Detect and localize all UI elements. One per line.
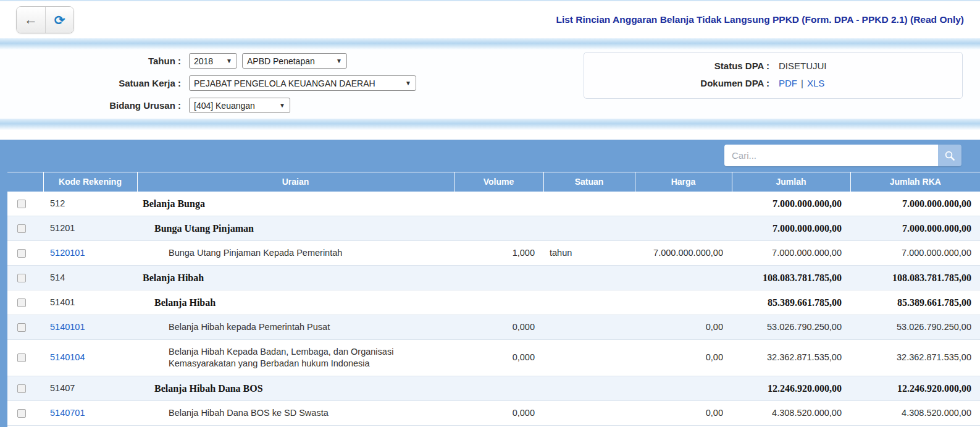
search-button[interactable] xyxy=(938,145,961,166)
cell-jumlah: 32.362.871.535,00 xyxy=(732,339,850,376)
cell-jumlah: 53.026.790.250,00 xyxy=(732,315,850,339)
cell-satuan xyxy=(543,265,635,290)
cell-kode-rekening: 514 xyxy=(43,265,137,290)
search-icon xyxy=(944,150,955,161)
cell-jumlah-rka: 7.000.000.000,00 xyxy=(850,240,980,265)
cell-jumlah: 12.246.920.000,00 xyxy=(732,376,850,400)
table-row: 51407Belanja Hibah Dana BOS12.246.920.00… xyxy=(0,376,980,400)
cell-jumlah-rka: 12.246.920.000,00 xyxy=(850,376,980,400)
kode-rekening-link[interactable]: 5140101 xyxy=(50,322,85,332)
dokumen-dpa-links: PDF|XLS xyxy=(779,78,824,88)
row-checkbox[interactable] xyxy=(17,409,26,418)
row-checkbox[interactable] xyxy=(17,224,26,233)
cell-jumlah-rka: 4.308.520.000,00 xyxy=(850,400,980,425)
dpa-status-panel: Status DPA : DISETUJUI Dokumen DPA : PDF… xyxy=(584,52,963,99)
search-input[interactable] xyxy=(724,145,938,166)
cell-uraian: Belanja Hibah Kepada Badan, Lembaga, dan… xyxy=(137,339,454,376)
cell-satuan: tahun xyxy=(543,240,635,265)
back-button[interactable]: ← xyxy=(17,7,45,33)
column-header-uraian: Uraian xyxy=(137,172,454,192)
table-row: 5140104Belanja Hibah Kepada Badan, Lemba… xyxy=(0,339,980,376)
cell-jumlah-rka: 32.362.871.535,00 xyxy=(850,339,980,376)
cell-volume: 0,000 xyxy=(454,339,543,376)
cell-uraian: Belanja Bunga xyxy=(137,192,454,216)
kode-rekening-link[interactable]: 5140701 xyxy=(50,408,85,418)
cell-jumlah-rka: 7.000.000.000,00 xyxy=(850,192,980,216)
apbd-select-value: APBD Penetapan xyxy=(247,56,315,66)
cell-uraian: Belanja Hibah xyxy=(137,265,454,290)
row-checkbox[interactable] xyxy=(17,200,26,208)
cell-jumlah-rka: 85.389.661.785,00 xyxy=(850,290,980,315)
column-header-kode-rekening: Kode Rekening xyxy=(43,172,137,192)
row-checkbox[interactable] xyxy=(17,274,26,282)
kode-rekening-link[interactable]: 5140104 xyxy=(50,352,85,362)
table-header-row: Kode RekeningUraianVolumeSatuanHargaJuml… xyxy=(0,172,980,192)
tahun-select[interactable]: 2018 ▼ xyxy=(189,53,237,69)
cell-kode-rekening: 51201 xyxy=(43,216,137,240)
table-row: 51401Belanja Hibah85.389.661.785,0085.38… xyxy=(0,290,980,315)
column-header-jumlah: Jumlah xyxy=(732,172,850,192)
cell-harga xyxy=(635,192,732,216)
budget-table: Kode RekeningUraianVolumeSatuanHargaJuml… xyxy=(0,172,980,426)
cell-volume: 0,000 xyxy=(454,315,543,339)
satuan-kerja-select[interactable]: PEJABAT PENGELOLA KEUANGAN DAERAH ▼ xyxy=(189,75,416,91)
row-checkbox[interactable] xyxy=(17,298,26,307)
cell-satuan xyxy=(543,376,635,400)
cell-harga xyxy=(635,290,732,315)
column-header-harga: Harga xyxy=(635,172,732,192)
bidang-urusan-select-value: [404] Keuangan xyxy=(194,101,255,111)
cell-jumlah: 108.083.781.785,00 xyxy=(732,265,850,290)
cell-harga xyxy=(635,216,732,240)
dpa-dokumen-row: Dokumen DPA : PDF|XLS xyxy=(584,78,962,88)
chevron-down-icon: ▼ xyxy=(279,102,285,109)
pdf-link[interactable]: PDF xyxy=(779,78,797,88)
kode-rekening-link[interactable]: 5120101 xyxy=(50,248,85,258)
row-checkbox[interactable] xyxy=(17,353,26,362)
chevron-down-icon: ▼ xyxy=(336,57,342,64)
back-arrow-icon: ← xyxy=(24,13,38,27)
cell-harga: 0,00 xyxy=(635,339,732,376)
satuan-kerja-label: Satuan Kerja : xyxy=(0,78,189,88)
cell-satuan xyxy=(543,400,635,425)
cell-satuan xyxy=(543,315,635,339)
cell-jumlah-rka: 53.026.790.250,00 xyxy=(850,315,980,339)
cell-volume xyxy=(454,376,543,400)
apbd-select[interactable]: APBD Penetapan ▼ xyxy=(242,53,347,69)
cell-volume: 0,000 xyxy=(454,400,543,425)
cell-kode-rekening: 5140701 xyxy=(43,400,137,425)
cell-jumlah: 7.000.000.000,00 xyxy=(732,192,850,216)
cell-volume xyxy=(454,192,543,216)
xls-link[interactable]: XLS xyxy=(807,78,824,88)
cell-uraian: Belanja Hibah Dana BOS ke SD Swasta xyxy=(137,400,454,425)
cell-jumlah: 7.000.000.000,00 xyxy=(732,216,850,240)
cell-kode-rekening: 5140104 xyxy=(43,339,137,376)
column-header-satuan: Satuan xyxy=(543,172,635,192)
cell-harga xyxy=(635,376,732,400)
row-checkbox[interactable] xyxy=(17,323,26,332)
cell-jumlah: 4.308.520.000,00 xyxy=(732,400,850,425)
table-body: 512Belanja Bunga7.000.000.000,007.000.00… xyxy=(0,192,980,426)
chevron-down-icon: ▼ xyxy=(405,80,411,87)
column-header-jumlah-rka: Jumlah RKA xyxy=(850,172,980,192)
table-row: 5120101Bunga Utang Pinjaman Kepada Pemer… xyxy=(0,240,980,265)
row-checkbox[interactable] xyxy=(17,249,26,258)
cell-kode-rekening: 51407 xyxy=(43,376,137,400)
tahun-select-value: 2018 xyxy=(194,56,213,66)
dpa-status-row: Status DPA : DISETUJUI xyxy=(584,61,962,71)
cell-uraian: Bunga Utang Pinjaman Kepada Pemerintah xyxy=(137,240,454,265)
gradient-divider-top xyxy=(0,38,980,49)
table-row: 5140101Belanja Hibah kepada Pemerintah P… xyxy=(0,315,980,339)
cell-harga: 0,00 xyxy=(635,400,732,425)
refresh-icon: ⟳ xyxy=(54,14,65,27)
refresh-button[interactable]: ⟳ xyxy=(45,7,73,33)
table-row: 512Belanja Bunga7.000.000.000,007.000.00… xyxy=(0,192,980,216)
cell-uraian: Belanja Hibah kepada Pemerintah Pusat xyxy=(137,315,454,339)
gradient-divider-bottom xyxy=(0,119,980,130)
cell-satuan xyxy=(543,192,635,216)
cell-jumlah-rka: 108.083.781.785,00 xyxy=(850,265,980,290)
row-checkbox[interactable] xyxy=(17,384,26,393)
bidang-urusan-select[interactable]: [404] Keuangan ▼ xyxy=(189,98,290,113)
cell-kode-rekening: 5120101 xyxy=(43,240,137,265)
cell-harga: 7.000.000.000,00 xyxy=(635,240,732,265)
toolbar: ← ⟳ List Rincian Anggaran Belanja Tidak … xyxy=(0,0,980,38)
